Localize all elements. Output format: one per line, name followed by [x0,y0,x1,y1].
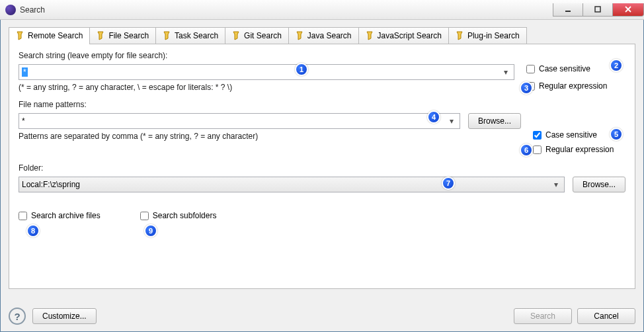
cancel-button[interactable]: Cancel [577,308,635,324]
tab-task-search[interactable]: Task Search [155,27,225,44]
tab-label: File Search [108,31,149,40]
tab-label: Git Search [244,31,282,40]
search-subfolders-checkbox[interactable]: Search subfolders [140,211,217,220]
flashlight-icon [454,30,465,41]
regex-1-checkbox[interactable]: Regular expression [526,81,625,91]
annotation-9: 9 [144,224,157,237]
tab-label: Java Search [307,31,352,40]
browse-folder-button[interactable]: Browse... [573,177,625,192]
svg-rect-1 [595,7,600,12]
file-name-patterns-label: File name patterns: [19,100,625,109]
remote-search-panel: Search string (leave empty for file sear… [9,44,635,289]
minimize-button[interactable] [553,3,583,17]
chevron-down-icon[interactable]: ▾ [551,180,561,189]
tab-plugin-search[interactable]: Plug-in Search [448,27,527,44]
file-name-patterns-input[interactable]: * ▾ [19,113,460,129]
flashlight-icon [161,30,172,41]
flashlight-icon [95,30,106,41]
tab-label: Plug-in Search [467,31,520,40]
annotation-8: 8 [26,224,40,237]
flashlight-icon [364,30,375,41]
tab-label: Remote Search [28,31,83,40]
tab-label: JavaScript Search [378,31,442,40]
search-button[interactable]: Search [514,308,572,324]
titlebar: Search [0,0,644,20]
search-archive-checkbox[interactable]: Search archive files [19,211,101,220]
tab-javascript-search[interactable]: JavaScript Search [358,27,449,44]
browse-patterns-button[interactable]: Browse... [468,113,521,129]
search-tabstrip: Remote Search File Search Task Search Gi… [9,27,635,44]
search-string-input[interactable]: * ▾ [19,64,514,80]
close-button[interactable] [612,3,644,17]
window-title: Search [20,5,45,15]
flashlight-icon [15,30,25,41]
search-string-label: Search string (leave empty for file sear… [19,51,625,60]
chevron-down-icon[interactable]: ▾ [446,116,457,126]
regex-2-checkbox[interactable]: Regular expression [533,145,625,154]
tab-remote-search[interactable]: Remote Search [9,27,90,44]
search-string-hint: (* = any string, ? = any character, \ = … [19,83,514,92]
flashlight-icon [231,30,241,41]
folder-label: Folder: [19,163,625,173]
maximize-button[interactable] [583,3,613,17]
patterns-hint: Patterns are separated by comma (* = any… [19,132,521,141]
eclipse-icon [5,5,16,15]
chevron-down-icon[interactable]: ▾ [501,67,511,77]
tab-java-search[interactable]: Java Search [288,27,359,44]
folder-input[interactable]: Local:F:\z\spring ▾ [19,177,565,192]
case-sensitive-2-checkbox[interactable]: Case sensitive [533,130,625,140]
tab-label: Task Search [175,31,218,40]
tab-file-search[interactable]: File Search [89,27,156,44]
case-sensitive-1-checkbox[interactable]: Case sensitive [526,64,625,73]
customize-button[interactable]: Customize... [32,308,97,324]
tab-git-search[interactable]: Git Search [225,27,289,44]
help-icon[interactable]: ? [9,308,26,325]
flashlight-icon [294,30,305,41]
